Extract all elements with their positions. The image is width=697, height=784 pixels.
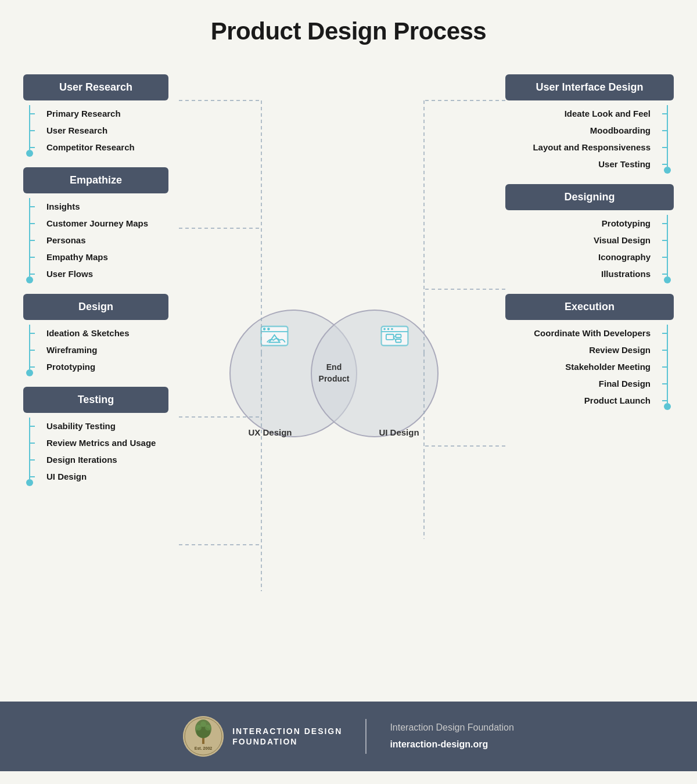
bullet-dot — [664, 276, 671, 283]
list-item: Visual Design — [459, 232, 656, 249]
svg-text:Est. 2002: Est. 2002 — [195, 746, 212, 750]
foundation-logo: Est. 2002 — [183, 716, 224, 757]
list-item: Iconography — [459, 249, 656, 265]
svg-point-20 — [387, 328, 390, 330]
right-section-execution: ExecutionCoordinate With DevelopersRevie… — [459, 294, 674, 409]
list-item: Customer Journey Maps — [41, 215, 209, 232]
left-items-design: Ideation & SketchesWireframingPrototypin… — [23, 325, 209, 375]
list-item: Design Iterations — [41, 451, 209, 468]
list-item: Coordinate With Developers — [459, 325, 656, 341]
venn-ui-label: UI Design — [376, 427, 422, 437]
list-item: Illustrations — [459, 265, 656, 282]
list-item: Prototyping — [459, 215, 656, 232]
list-item: Usability Testing — [41, 418, 209, 434]
footer-tagline: Interaction Design Foundation — [390, 722, 513, 732]
left-section-user-research: User ResearchPrimary ResearchUser Resear… — [23, 74, 209, 156]
svg-point-21 — [391, 328, 393, 330]
list-item: Wireframing — [41, 341, 209, 358]
list-item: UI Design — [41, 468, 209, 485]
bullet-dot — [26, 150, 33, 157]
list-item: Moodboarding — [459, 122, 656, 139]
venn-ux-label: UX Design — [247, 427, 293, 437]
svg-point-35 — [200, 721, 206, 727]
bullet-dot — [26, 369, 33, 376]
venn-diagram: UX Design UI Design End Product — [209, 69, 459, 678]
right-items-ui-design: Ideate Look and FeelMoodboardingLayout a… — [459, 105, 674, 172]
left-header-user-research: User Research — [23, 74, 168, 100]
right-column: User Interface DesignIdeate Look and Fee… — [459, 69, 674, 678]
svg-point-33 — [196, 725, 202, 731]
list-item: User Testing — [459, 156, 656, 172]
list-item: User Flows — [41, 265, 209, 282]
page-title: Product Design Process — [23, 17, 674, 45]
bullet-dot — [664, 167, 671, 174]
svg-point-34 — [205, 725, 211, 731]
list-item: Final Design — [459, 375, 656, 392]
list-item: Prototyping — [41, 358, 209, 375]
list-item: Primary Research — [41, 105, 209, 122]
left-section-design: DesignIdeation & SketchesWireframingProt… — [23, 294, 209, 375]
list-item: Personas — [41, 232, 209, 249]
list-item: Empathy Maps — [41, 249, 209, 265]
left-header-design: Design — [23, 294, 168, 320]
right-header-execution: Execution — [505, 294, 674, 320]
list-item: Review Design — [459, 341, 656, 358]
right-items-designing: PrototypingVisual DesignIconographyIllus… — [459, 215, 674, 282]
left-items-empathize: InsightsCustomer Journey MapsPersonasEmp… — [23, 198, 209, 282]
left-section-testing: TestingUsability TestingReview Metrics a… — [23, 387, 209, 485]
list-item: Ideate Look and Feel — [459, 105, 656, 122]
list-item: Layout and Responsiveness — [459, 139, 656, 156]
bullet-dot — [26, 479, 33, 486]
left-items-user-research: Primary ResearchUser ResearchCompetitor … — [23, 105, 209, 156]
footer-divider — [365, 719, 367, 754]
bullet-dot — [26, 276, 33, 283]
svg-point-15 — [267, 328, 270, 330]
right-items-execution: Coordinate With DevelopersReview DesignS… — [459, 325, 674, 409]
svg-point-14 — [263, 328, 266, 330]
venn-center-label: End Product — [314, 362, 354, 384]
left-section-empathize: EmpathizeInsightsCustomer Journey MapsPe… — [23, 167, 209, 282]
footer-logo-area: Est. 2002 INTERACTION DESIGN FOUNDATION — [183, 716, 342, 757]
list-item: Product Launch — [459, 392, 656, 409]
right-section-designing: DesigningPrototypingVisual DesignIconogr… — [459, 184, 674, 282]
list-item: Ideation & Sketches — [41, 325, 209, 341]
list-item: Stakeholder Meeting — [459, 358, 656, 375]
left-column: User ResearchPrimary ResearchUser Resear… — [23, 69, 209, 678]
right-header-ui-design: User Interface Design — [505, 74, 674, 100]
left-header-testing: Testing — [23, 387, 168, 413]
bullet-dot — [664, 403, 671, 410]
footer-tagline-area: Interaction Design Foundation interactio… — [390, 720, 513, 753]
left-header-empathize: Empathize — [23, 167, 168, 193]
list-item: User Research — [41, 122, 209, 139]
right-header-designing: Designing — [505, 184, 674, 210]
ux-design-icon — [258, 320, 290, 352]
ui-design-icon — [379, 320, 411, 352]
svg-rect-32 — [202, 738, 204, 744]
svg-point-19 — [383, 328, 386, 330]
left-items-testing: Usability TestingReview Metrics and Usag… — [23, 418, 209, 485]
list-item: Review Metrics and Usage — [41, 434, 209, 451]
footer: Est. 2002 INTERACTION DESIGN FOUNDATION … — [0, 702, 697, 771]
right-section-ui-design: User Interface DesignIdeate Look and Fee… — [459, 74, 674, 172]
footer-website: interaction-design.org — [390, 739, 488, 749]
list-item: Insights — [41, 198, 209, 215]
list-item: Competitor Research — [41, 139, 209, 156]
foundation-name: INTERACTION DESIGN FOUNDATION — [232, 726, 342, 747]
